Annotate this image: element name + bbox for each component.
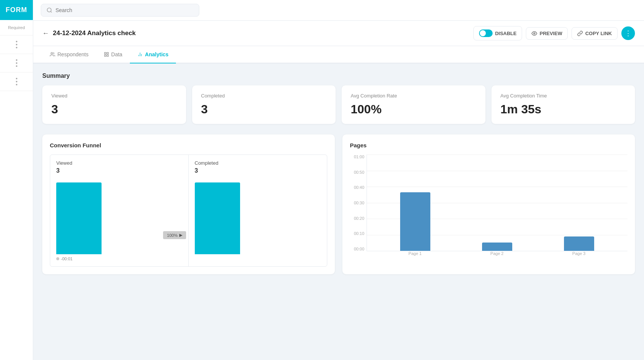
sidebar-item-label: Required — [8, 25, 25, 30]
analytics-icon — [137, 52, 143, 57]
more-button[interactable]: ⋮ — [621, 26, 635, 40]
search-icon — [46, 7, 52, 13]
preview-button[interactable]: PREVIEW — [526, 27, 568, 40]
svg-point-2 — [534, 32, 535, 34]
header-actions: DISABLE PREVIEW COPY LINK ⋮ — [473, 26, 635, 40]
y-label-0: 01:00 — [354, 155, 364, 159]
svg-point-0 — [47, 8, 51, 12]
eye-icon — [532, 31, 537, 36]
back-button[interactable]: ← — [42, 29, 49, 37]
svg-point-3 — [51, 53, 53, 54]
funnel-arrow-label: 100% — [167, 233, 177, 238]
y-axis: 01:00 00:50 00:40 00:30 00:20 00:10 00:0… — [350, 155, 367, 251]
pages-section: Pages 01:00 00:50 00:40 00:30 00:20 00:1… — [342, 134, 635, 274]
card-rate-value: 100% — [351, 102, 476, 116]
x-label-page1: Page 1 — [408, 251, 422, 260]
card-time-value: 1m 35s — [501, 102, 626, 116]
funnel-completed-bar-wrapper — [195, 179, 321, 254]
funnel-dot-icon — [56, 257, 59, 260]
conversion-funnel-section: Conversion Funnel Viewed 3 100% ▶ — [42, 134, 335, 274]
y-label-1: 00:50 — [354, 170, 364, 175]
disable-button[interactable]: DISABLE — [473, 26, 522, 40]
card-avg-completion-time: Avg Completion Time 1m 35s — [491, 85, 635, 124]
sidebar-dots-3[interactable] — [0, 73, 33, 91]
card-completed: Completed 3 — [192, 85, 336, 124]
respondents-icon — [50, 52, 55, 57]
bar-group-page3 — [564, 236, 594, 251]
summary-title: Summary — [42, 73, 635, 79]
svg-rect-4 — [104, 53, 106, 54]
chart-bars-area — [367, 155, 627, 251]
funnel-completed-label: Completed — [195, 160, 321, 166]
toggle-switch[interactable] — [479, 29, 493, 37]
dots-icon-3 — [16, 78, 17, 85]
search-box[interactable] — [41, 4, 199, 17]
funnel-completed-value: 3 — [195, 167, 321, 174]
tab-respondents-label: Respondents — [57, 51, 89, 57]
card-time-label: Avg Completion Time — [501, 93, 626, 99]
disable-label: DISABLE — [495, 31, 516, 36]
x-labels: Page 1 Page 2 Page 3 — [367, 251, 627, 260]
content-area: Summary Viewed 3 Completed 3 Avg Complet… — [33, 63, 644, 360]
card-completed-value: 3 — [201, 102, 327, 116]
summary-cards: Viewed 3 Completed 3 Avg Completion Rate… — [42, 85, 635, 124]
y-label-3: 00:30 — [354, 201, 364, 205]
chart-wrapper: 01:00 00:50 00:40 00:30 00:20 00:10 00:0… — [350, 155, 627, 260]
card-completed-label: Completed — [201, 93, 327, 99]
card-rate-label: Avg Completion Rate — [351, 93, 476, 99]
bar-group-page2 — [482, 243, 512, 251]
page-header: ← 24-12-2024 Analytics check DISABLE PRE… — [33, 21, 644, 46]
sidebar-dots-1[interactable] — [0, 36, 33, 54]
x-label-page2: Page 2 — [490, 251, 504, 260]
y-label-4: 00:20 — [354, 216, 364, 221]
copy-link-label: COPY LINK — [585, 31, 612, 36]
card-viewed: Viewed 3 — [42, 85, 186, 124]
y-label-5: 00:10 — [354, 231, 364, 236]
funnel-dot-label: -00:01 — [56, 256, 182, 261]
page-header-left: ← 24-12-2024 Analytics check — [42, 29, 136, 37]
search-input[interactable] — [55, 7, 194, 13]
funnel-dot-value: -00:01 — [61, 256, 72, 261]
svg-rect-5 — [107, 53, 108, 54]
dots-icon-2 — [16, 59, 17, 67]
sidebar: FORM Required — [0, 0, 33, 360]
funnel-col-completed: Completed 3 — [189, 155, 327, 266]
y-label-6: 00:00 — [354, 247, 364, 251]
sidebar-item-required[interactable]: Required — [0, 20, 33, 36]
tab-respondents[interactable]: Respondents — [42, 46, 96, 63]
funnel-viewed-value: 3 — [56, 167, 182, 174]
y-label-2: 00:40 — [354, 185, 364, 190]
tabs-bar: Respondents Data Analytics — [33, 46, 644, 63]
bar-page3 — [564, 236, 594, 251]
funnel-title: Conversion Funnel — [50, 142, 327, 148]
copy-link-button[interactable]: COPY LINK — [572, 27, 618, 40]
funnel-col-viewed: Viewed 3 100% ▶ -00:01 — [50, 155, 189, 266]
bar-page2 — [482, 243, 512, 251]
bottom-sections: Conversion Funnel Viewed 3 100% ▶ — [42, 134, 635, 274]
tab-analytics[interactable]: Analytics — [130, 46, 176, 63]
funnel-bars: Viewed 3 100% ▶ -00:01 — [50, 155, 327, 267]
funnel-completed-bar — [195, 182, 240, 254]
svg-line-1 — [51, 11, 52, 12]
arrow-icon: ▶ — [179, 233, 182, 238]
dots-icon — [16, 41, 17, 48]
pages-title: Pages — [350, 142, 627, 148]
funnel-viewed-bar-wrapper: 100% ▶ — [56, 179, 182, 254]
funnel-viewed-label: Viewed — [56, 160, 182, 166]
bar-group-page1 — [400, 192, 430, 251]
tab-data[interactable]: Data — [96, 46, 130, 63]
sidebar-dots-2[interactable] — [0, 54, 33, 73]
card-avg-completion-rate: Avg Completion Rate 100% — [342, 85, 485, 124]
svg-rect-6 — [107, 55, 108, 56]
main-content: ← 24-12-2024 Analytics check DISABLE PRE… — [33, 0, 644, 360]
tab-data-label: Data — [111, 51, 123, 57]
preview-label: PREVIEW — [539, 31, 562, 36]
funnel-viewed-bar — [56, 182, 102, 254]
tab-analytics-label: Analytics — [145, 51, 168, 57]
page-title: 24-12-2024 Analytics check — [53, 29, 136, 37]
svg-rect-7 — [104, 55, 106, 56]
bar-page1 — [400, 192, 430, 251]
funnel-arrow: 100% ▶ — [163, 231, 186, 239]
topbar — [33, 0, 644, 21]
brand-logo: FORM — [0, 0, 33, 20]
